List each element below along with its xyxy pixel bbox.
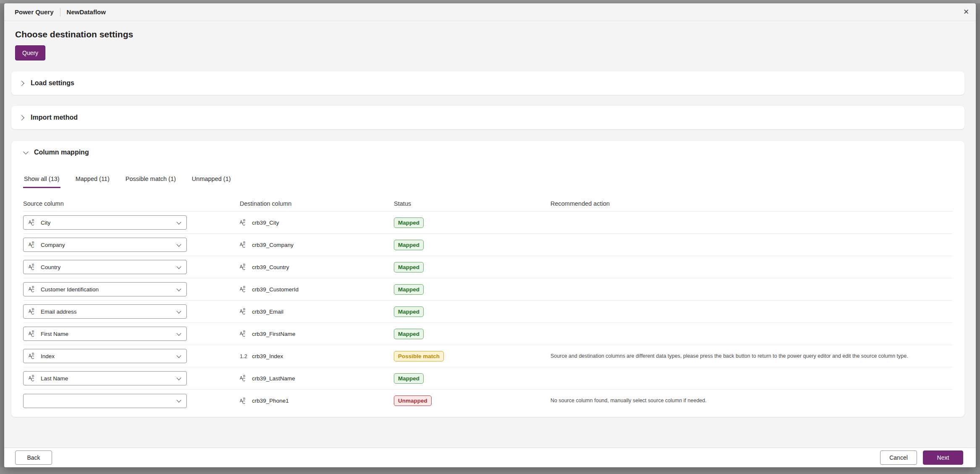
- chevron-down-icon: [176, 243, 181, 247]
- text-type-icon: [240, 285, 248, 293]
- status-cell: Mapped: [394, 329, 550, 339]
- destination-column-cell: crb39_CustomerId: [240, 285, 394, 293]
- status-badge: Mapped: [394, 262, 424, 272]
- text-type-icon: [29, 374, 37, 382]
- tab-possible-match[interactable]: Possible match (1): [125, 175, 177, 188]
- chevron-down-icon: [176, 287, 181, 292]
- table-row: Last Name crb39_LastName Mapped: [23, 367, 953, 390]
- source-column-dropdown[interactable]: [23, 394, 187, 408]
- app-title: Power Query: [15, 8, 54, 16]
- destination-column-name: crb39_CustomerId: [252, 286, 299, 293]
- recommended-action-text: Source and destination columns are diffe…: [550, 351, 953, 361]
- tab-unmapped[interactable]: Unmapped (1): [191, 175, 232, 188]
- destination-column-cell: crb39_LastName: [240, 374, 394, 382]
- mapping-filter-tabs: Show all (13) Mapped (11) Possible match…: [23, 175, 953, 188]
- chevron-down-icon: [176, 398, 181, 403]
- text-type-icon: [29, 241, 37, 249]
- status-badge: Mapped: [394, 329, 424, 339]
- status-cell: Mapped: [394, 373, 550, 384]
- table-row: Email address crb39_Email Mapped: [23, 301, 953, 323]
- next-button[interactable]: Next: [923, 450, 963, 465]
- destination-column-name: crb39_FirstName: [252, 331, 296, 337]
- source-column-value: Index: [41, 353, 55, 359]
- text-type-icon: [29, 263, 37, 271]
- source-column-cell: [23, 394, 240, 408]
- status-badge: Mapped: [394, 373, 424, 384]
- import-method-label: Import method: [31, 114, 78, 121]
- dialog-footer: Back Cancel Next: [4, 448, 976, 467]
- chevron-right-icon: [20, 81, 25, 86]
- destination-column-name: crb39_Phone1: [252, 398, 289, 404]
- table-row: City crb39_City Mapped: [23, 212, 953, 234]
- source-column-cell: Customer Identification: [23, 282, 240, 296]
- destination-column-name: crb39_City: [252, 220, 279, 226]
- source-column-cell: First Name: [23, 327, 240, 341]
- status-cell: Mapped: [394, 306, 550, 317]
- cancel-button[interactable]: Cancel: [880, 450, 917, 465]
- source-column-cell: Company: [23, 238, 240, 252]
- chevron-down-icon: [176, 332, 181, 336]
- text-type-icon: [29, 330, 37, 338]
- table-row: Index crb39_Index Possible match Source …: [23, 345, 953, 367]
- recommended-action-header: Recommended action: [550, 200, 953, 207]
- dimmed-background-top: [0, 0, 980, 3]
- load-settings-section[interactable]: Load settings: [11, 71, 964, 95]
- dialog-header: Power Query NewDataflow: [4, 3, 976, 21]
- destination-column-cell: crb39_City: [240, 219, 394, 226]
- back-button[interactable]: Back: [15, 450, 52, 465]
- destination-column-name: crb39_Index: [252, 353, 283, 359]
- destination-settings-dialog: Power Query NewDataflow Choose destinati…: [4, 3, 976, 467]
- status-cell: Unmapped: [394, 395, 550, 406]
- destination-column-name: crb39_Company: [252, 242, 293, 248]
- source-column-dropdown[interactable]: Company: [23, 238, 187, 252]
- close-icon[interactable]: [959, 5, 973, 19]
- source-column-header: Source column: [23, 200, 240, 207]
- load-settings-label: Load settings: [31, 79, 74, 87]
- destination-column-cell: crb39_FirstName: [240, 330, 394, 338]
- destination-column-cell: crb39_Phone1: [240, 397, 394, 405]
- action-cell: No source column found, manually select …: [550, 395, 953, 406]
- tab-show-all[interactable]: Show all (13): [23, 175, 60, 188]
- source-column-cell: Index: [23, 349, 240, 363]
- mapping-table-header: Source column Destination column Status …: [23, 196, 953, 212]
- source-column-dropdown[interactable]: Last Name: [23, 371, 187, 385]
- chevron-down-icon: [176, 376, 181, 381]
- text-type-icon: [240, 374, 248, 382]
- source-column-dropdown[interactable]: Customer Identification: [23, 282, 187, 296]
- header-divider: [60, 8, 60, 16]
- text-type-icon: [29, 352, 37, 360]
- source-column-value: Customer Identification: [41, 286, 99, 293]
- text-type-icon: [29, 308, 37, 315]
- tab-mapped[interactable]: Mapped (11): [75, 175, 110, 188]
- status-header: Status: [394, 200, 550, 207]
- status-cell: Mapped: [394, 217, 550, 228]
- source-column-value: First Name: [41, 331, 68, 337]
- destination-column-cell: crb39_Email: [240, 308, 394, 315]
- status-badge: Unmapped: [394, 395, 432, 406]
- import-method-section[interactable]: Import method: [11, 106, 964, 129]
- source-column-cell: City: [23, 215, 240, 230]
- query-chip[interactable]: Query: [15, 45, 45, 60]
- source-column-dropdown[interactable]: City: [23, 215, 187, 230]
- text-type-icon: [240, 330, 248, 338]
- source-column-dropdown[interactable]: Country: [23, 260, 187, 274]
- source-column-cell: Country: [23, 260, 240, 274]
- status-cell: Mapped: [394, 284, 550, 295]
- chevron-down-icon: [23, 150, 28, 155]
- table-row: Customer Identification crb39_CustomerId…: [23, 278, 953, 301]
- table-row: First Name crb39_FirstName Mapped: [23, 323, 953, 345]
- status-badge: Possible match: [394, 351, 444, 361]
- source-column-value: Company: [41, 242, 65, 248]
- source-column-value: Email address: [41, 309, 77, 315]
- action-cell: Source and destination columns are diffe…: [550, 351, 953, 361]
- text-type-icon: [240, 219, 248, 226]
- source-column-dropdown[interactable]: Index: [23, 349, 187, 363]
- table-row: Country crb39_Country Mapped: [23, 256, 953, 278]
- destination-column-name: crb39_LastName: [252, 375, 295, 382]
- destination-column-cell: crb39_Index: [240, 353, 394, 359]
- source-column-dropdown[interactable]: First Name: [23, 327, 187, 341]
- mapping-table-body: City crb39_City Mapped Company crb: [23, 212, 953, 412]
- destination-column-cell: crb39_Country: [240, 263, 394, 271]
- source-column-dropdown[interactable]: Email address: [23, 304, 187, 319]
- column-mapping-header[interactable]: Column mapping: [23, 149, 953, 156]
